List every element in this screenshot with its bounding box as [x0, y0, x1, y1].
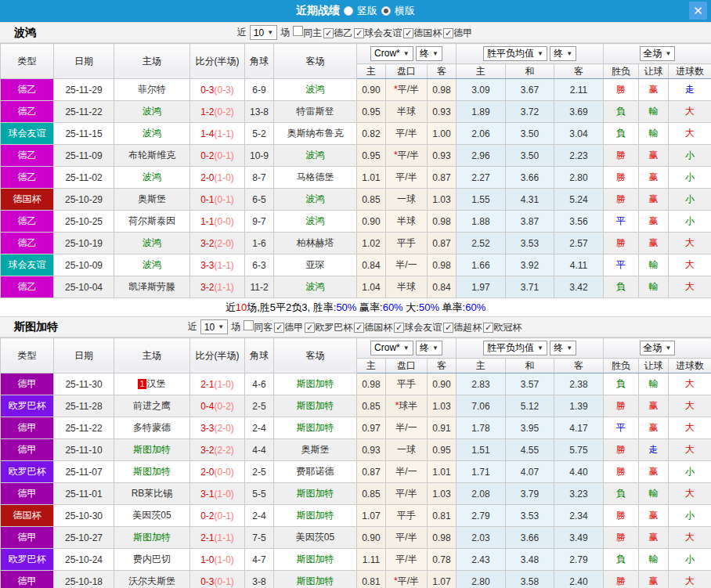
final-avg-select[interactable]: 终▼ — [550, 341, 576, 355]
date-cell: 25-11-07 — [54, 461, 114, 483]
away-odds-cell: 1.03 — [428, 189, 457, 211]
league-checkbox-label[interactable]: 德超杯 — [453, 322, 482, 333]
league-checkbox-label[interactable]: 德乙 — [334, 27, 352, 38]
league-cell: 欧罗巴杯 — [1, 461, 54, 483]
result-handicap-cell: 赢 — [639, 527, 669, 549]
bookmaker-select[interactable]: Crow*▼ — [370, 341, 413, 355]
horizontal-layout-radio[interactable] — [381, 6, 391, 16]
league-checkbox-德乙[interactable] — [323, 28, 334, 38]
result-goals-cell: 大 — [669, 254, 711, 276]
corner-cell: 2-5 — [245, 461, 274, 483]
league-cell: 德国杯 — [1, 189, 54, 211]
away-odds-cell: 0.84 — [428, 276, 457, 298]
corner-cell: 2-4 — [245, 417, 274, 439]
home-team-cell: 费内巴切 — [114, 549, 190, 571]
league-checkbox-label[interactable]: 欧罗巴杯 — [315, 322, 352, 333]
titlebar: 近期战绩 竖版 横版 ✕ — [0, 0, 711, 22]
league-checkbox-欧冠杯[interactable] — [483, 323, 493, 333]
result-handicap-cell: 走 — [639, 439, 669, 461]
away-team-cell: 柏林赫塔 — [274, 233, 357, 254]
final-odds-select[interactable]: 终▼ — [416, 341, 442, 355]
result-wdl-cell: 負 — [604, 276, 639, 298]
league-checkbox-label[interactable]: 球会友谊 — [364, 27, 402, 38]
avg-away-cell: 4.17 — [554, 417, 604, 439]
avg-draw-cell: 3.50 — [506, 123, 554, 145]
result-goals-cell: 小 — [669, 461, 711, 483]
match-count-select[interactable]: 10▼ — [200, 319, 228, 334]
bookmaker-select[interactable]: Crow*▼ — [370, 46, 413, 61]
avg-odds-select[interactable]: 胜平负均值▼ — [483, 341, 547, 355]
league-checkbox-label[interactable]: 德甲 — [284, 322, 303, 333]
odds-source-header: Crow*▼ 终▼ — [357, 338, 457, 359]
avg-odds-select[interactable]: 胜平负均值▼ — [483, 46, 547, 61]
home-team-cell: 波鸿 — [114, 254, 190, 276]
handicap-cell: 一球 — [386, 439, 428, 461]
avg-draw-cell: 3.66 — [506, 167, 554, 189]
horizontal-layout-label[interactable]: 横版 — [395, 4, 415, 18]
avg-draw-cell: 3.71 — [506, 276, 554, 298]
away-odds-cell: 0.81 — [428, 505, 457, 527]
corner-cell: 8-7 — [245, 167, 274, 189]
summary-segment: 场,胜5平2负3, 胜率: — [247, 301, 336, 315]
league-checkbox-label[interactable]: 欧冠杯 — [493, 322, 522, 333]
corner-cell: 5-5 — [245, 483, 274, 505]
league-checkbox-label[interactable]: 德甲 — [453, 27, 472, 38]
result-header: 全场▼ — [604, 44, 711, 64]
away-team-cell: 斯图加特 — [274, 483, 357, 505]
league-filter-group: 同主德乙球会友谊德国杯德甲 — [293, 26, 474, 40]
home-odds-cell: 1.02 — [357, 233, 386, 254]
result-handicap-cell: 輸 — [639, 276, 669, 298]
league-checkbox-label[interactable]: 德国杯 — [364, 322, 392, 333]
full-match-select[interactable]: 全场▼ — [640, 341, 676, 355]
league-checkbox-label[interactable]: 球会友谊 — [404, 322, 442, 333]
home-team-cell: 多特蒙德 — [114, 417, 190, 439]
corner-cell: 6-9 — [245, 79, 274, 101]
handicap-cell: *平/半 — [386, 571, 428, 588]
league-cell: 德甲 — [1, 571, 54, 588]
league-checkbox-德甲[interactable] — [443, 28, 453, 38]
corner-cell: 4-6 — [245, 373, 274, 395]
score-cell: 2-0(1-0) — [190, 167, 245, 189]
match-row: 德甲25-10-27斯图加特2-1(1-1)7-5美因茨050.90平/半0.9… — [1, 527, 711, 549]
col-header-type: 类型 — [1, 338, 54, 373]
result-goals-cell: 小 — [669, 145, 711, 167]
final-odds-select[interactable]: 终▼ — [416, 46, 442, 61]
league-checkbox-球会友谊[interactable] — [394, 323, 404, 333]
league-checkbox-label[interactable]: 德国杯 — [413, 27, 442, 38]
league-checkbox-球会友谊[interactable] — [354, 28, 364, 38]
close-icon[interactable]: ✕ — [689, 2, 707, 20]
vertical-layout-radio[interactable] — [344, 6, 353, 16]
same-venue-label[interactable]: 同主 — [303, 27, 322, 38]
score-cell: 0-3(0-1) — [190, 571, 245, 588]
match-row: 欧罗巴杯25-10-24费内巴切1-0(1-0)4-7斯图加特1.11平/半0.… — [1, 549, 711, 571]
home-odds-cell: 0.90 — [357, 211, 386, 233]
result-goals-cell: 大 — [669, 373, 711, 395]
result-goals-cell: 小 — [669, 167, 711, 189]
home-odds-cell: 0.85 — [357, 483, 386, 505]
final-avg-select[interactable]: 终▼ — [550, 46, 576, 61]
same-venue-checkbox[interactable] — [244, 320, 254, 330]
full-match-select[interactable]: 全场▼ — [640, 46, 676, 61]
avg-home-cell: 1.88 — [457, 211, 506, 233]
league-checkbox-德超杯[interactable] — [443, 323, 453, 333]
league-checkbox-德甲[interactable] — [274, 323, 284, 333]
avg-draw-cell: 3.48 — [506, 549, 554, 571]
avg-away-cell: 2.57 — [554, 233, 604, 254]
same-venue-checkbox[interactable] — [293, 26, 303, 36]
match-count-select[interactable]: 10▼ — [250, 25, 277, 40]
home-team-cell: 波鸿 — [114, 233, 190, 254]
away-team-cell: 斯图加特 — [274, 373, 357, 395]
vertical-layout-label[interactable]: 竖版 — [357, 4, 377, 18]
sub-header-avg-draw: 和 — [506, 64, 554, 79]
avg-away-cell: 2.34 — [554, 505, 604, 527]
section-filter-bar-bochum: 波鸿 近 10▼ 场 同主德乙球会友谊德国杯德甲 — [0, 22, 711, 43]
away-team-cell: 斯图加特 — [274, 395, 357, 417]
same-venue-label[interactable]: 同客 — [254, 322, 272, 333]
league-checkbox-德国杯[interactable] — [403, 28, 413, 38]
league-checkbox-欧罗巴杯[interactable] — [305, 323, 315, 333]
result-handicap-cell: 輸 — [639, 101, 669, 123]
league-checkbox-德国杯[interactable] — [354, 323, 364, 333]
result-wdl-cell: 負 — [604, 549, 639, 571]
match-row: 德甲25-10-18沃尔夫斯堡0-3(0-1)3-8斯图加特0.81*平/半1.… — [1, 571, 711, 588]
handicap-cell: 平/半 — [386, 549, 428, 571]
